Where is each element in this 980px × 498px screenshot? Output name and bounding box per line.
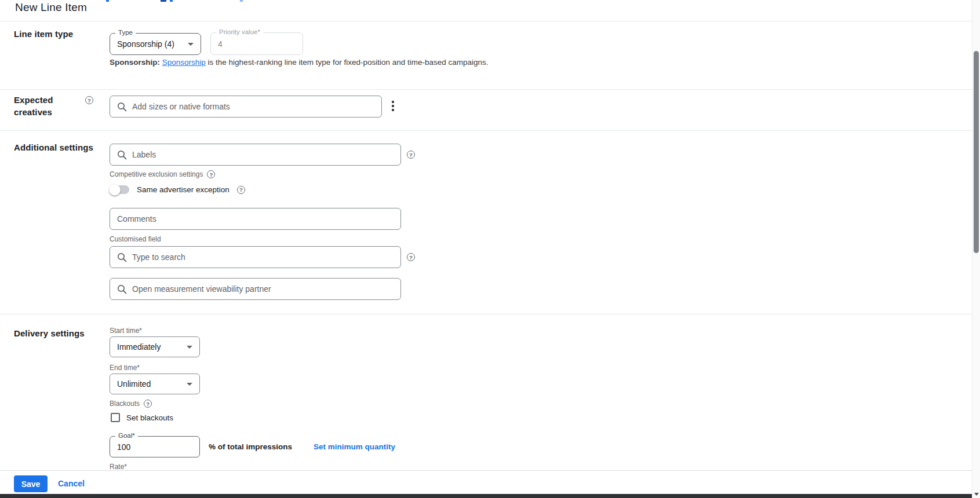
bottom-edge-bar [0, 494, 972, 498]
help-icon[interactable]: ? [207, 170, 215, 178]
more-options-kebab-icon[interactable] [389, 98, 396, 113]
customised-field-label: Customised field [110, 235, 161, 243]
breadcrumb-fragment [240, 0, 243, 2]
divider [0, 21, 972, 21]
end-time-select[interactable]: Unlimited [110, 374, 200, 394]
type-select-value: Sponsorship (4) [117, 39, 188, 49]
start-time-select[interactable]: Immediately [110, 336, 200, 357]
help-icon[interactable]: ? [85, 96, 93, 104]
priority-value-label: Priority value* [216, 28, 263, 35]
breadcrumb-fragment [106, 0, 109, 2]
section-heading-delivery-settings: Delivery settings [14, 327, 85, 339]
set-blackouts-label: Set blackouts [126, 413, 173, 422]
toggle-thumb [109, 184, 121, 196]
search-icon [117, 252, 127, 262]
start-time-value: Immediately [117, 342, 181, 351]
goal-label: Goal* [115, 432, 138, 439]
type-select-label: Type [115, 29, 136, 36]
set-blackouts-checkbox[interactable] [111, 413, 120, 422]
cancel-button[interactable]: Cancel [58, 479, 85, 488]
save-button[interactable]: Save [14, 475, 48, 492]
page-title: New Line Item [15, 1, 87, 14]
search-icon [117, 284, 127, 294]
scrollbar-thumb[interactable] [974, 51, 979, 253]
same-advertiser-toggle[interactable] [110, 185, 129, 194]
divider [0, 89, 972, 90]
goal-suffix-label: % of total impressions [209, 442, 292, 451]
rate-label: Rate* [110, 463, 127, 471]
expected-creatives-search[interactable] [110, 96, 382, 118]
vertical-scrollbar[interactable] [972, 0, 980, 498]
expected-creatives-input[interactable] [132, 102, 374, 111]
section-heading-line-item-type: Line item type [14, 28, 73, 40]
blackouts-label: Blackouts [110, 400, 140, 408]
chevron-down-icon [188, 43, 194, 46]
help-icon[interactable]: ? [407, 253, 415, 261]
viewability-partner-input[interactable] [132, 284, 394, 294]
competitive-exclusion-label: Competitive exclusion settings [110, 170, 203, 178]
set-blackouts-row: Set blackouts [111, 413, 173, 422]
divider [0, 130, 972, 131]
customised-field-search[interactable] [110, 246, 401, 268]
goal-input[interactable] [117, 442, 192, 452]
comments-input[interactable] [117, 214, 394, 224]
footer-action-bar: Save Cancel [0, 470, 972, 494]
type-description: Sponsorship: Sponsorship is the highest-… [110, 58, 489, 67]
same-advertiser-row: Same advertiser exception ? [110, 185, 245, 194]
end-time-value: Unlimited [117, 379, 181, 389]
competitive-exclusion-row: Competitive exclusion settings ? [110, 170, 215, 178]
labels-input[interactable] [132, 150, 394, 159]
type-description-rest: is the highest-ranking line item type fo… [206, 58, 489, 67]
type-select[interactable]: Type Sponsorship (4) [110, 33, 201, 55]
chevron-down-icon [187, 346, 192, 349]
same-advertiser-label: Same advertiser exception [137, 185, 229, 194]
blackouts-row: Blackouts ? [110, 400, 152, 408]
sponsorship-link[interactable]: Sponsorship [162, 58, 206, 67]
set-minimum-quantity-link[interactable]: Set minimum quantity [314, 442, 395, 451]
new-line-item-page: New Line Item Line item type Type Sponso… [0, 0, 980, 498]
section-heading-expected-creatives: Expected creatives [14, 94, 75, 118]
goal-field[interactable]: Goal* [110, 436, 200, 457]
viewability-partner-search[interactable] [110, 278, 401, 300]
type-description-bold: Sponsorship: [110, 58, 160, 67]
help-icon[interactable]: ? [407, 151, 415, 159]
divider [0, 314, 972, 314]
breadcrumb-fragment [170, 0, 173, 2]
help-icon[interactable]: ? [237, 186, 245, 194]
scrollbar-down-arrow-icon[interactable] [974, 493, 979, 496]
search-icon [117, 150, 127, 160]
labels-search[interactable] [110, 144, 401, 166]
section-heading-additional-settings: Additional settings [14, 141, 93, 153]
help-icon[interactable]: ? [144, 400, 152, 408]
end-time-label: End time* [110, 364, 140, 372]
start-time-label: Start time* [110, 327, 142, 335]
customised-field-input[interactable] [132, 252, 394, 262]
search-icon [117, 102, 127, 112]
comments-field[interactable] [110, 208, 401, 230]
chevron-down-icon [187, 383, 192, 386]
breadcrumb-fragment [161, 0, 166, 2]
priority-value-field: Priority value* [210, 32, 303, 55]
priority-value-input [218, 39, 296, 49]
